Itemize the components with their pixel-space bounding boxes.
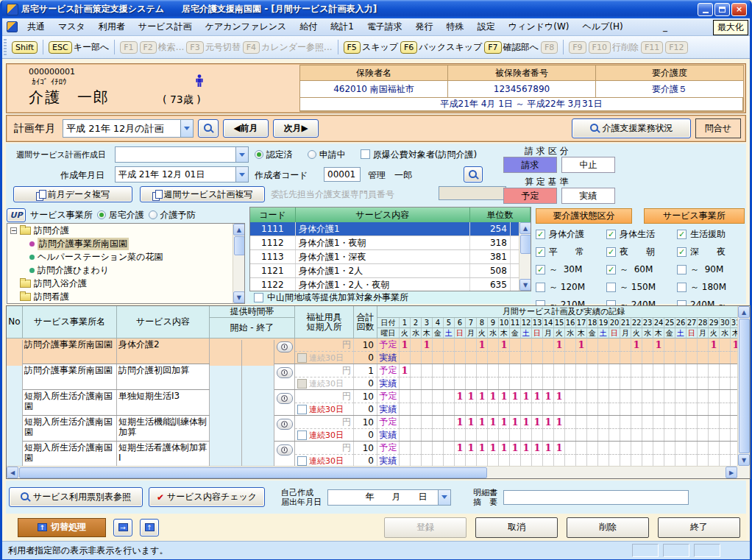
- plan-day-cell[interactable]: [411, 442, 422, 454]
- actual-day-cell[interactable]: [499, 428, 510, 441]
- plan-day-cell[interactable]: [687, 442, 698, 454]
- continuous-30day-checkbox[interactable]: [297, 379, 307, 389]
- actual-day-cell[interactable]: [687, 351, 698, 364]
- plan-day-cell[interactable]: [488, 339, 499, 351]
- actual-day-cell[interactable]: [466, 428, 477, 441]
- tree-folder[interactable]: 訪問入浴介護: [7, 277, 244, 290]
- plan-day-cell[interactable]: 1: [400, 364, 411, 377]
- actual-day-cell[interactable]: [620, 428, 631, 441]
- plan-day-cell[interactable]: [620, 390, 631, 403]
- plan-day-cell[interactable]: [653, 442, 664, 454]
- actual-day-cell[interactable]: [400, 454, 411, 467]
- plan-day-cell[interactable]: [510, 364, 521, 377]
- plan-day-cell[interactable]: 1: [543, 416, 554, 428]
- actual-day-cell[interactable]: [510, 454, 521, 467]
- actual-day-cell[interactable]: [532, 351, 543, 364]
- plan-day-cell[interactable]: [631, 364, 642, 377]
- window-next-button[interactable]: →: [113, 519, 132, 536]
- plan-day-cell[interactable]: [543, 339, 554, 351]
- plan-day-cell[interactable]: [609, 442, 620, 454]
- menu-item[interactable]: 発行: [409, 20, 440, 33]
- actual-day-cell[interactable]: [565, 377, 576, 389]
- plan-day-cell[interactable]: [400, 390, 411, 403]
- provider-name-cell[interactable]: 短期入所生活介護南国園: [23, 442, 117, 467]
- function-key-f6[interactable]: F6バックスキップ: [400, 41, 482, 54]
- plan-day-cell[interactable]: [521, 339, 532, 351]
- plan-day-cell[interactable]: [664, 364, 675, 377]
- actual-day-cell[interactable]: [598, 403, 609, 415]
- tree-collapse-icon[interactable]: −: [10, 227, 17, 234]
- plan-day-cell[interactable]: [433, 364, 444, 377]
- actual-day-cell[interactable]: [642, 454, 653, 467]
- plan-day-cell[interactable]: [433, 339, 444, 351]
- filter-checkbox[interactable]: 夜 朝: [606, 246, 677, 258]
- plan-day-cell[interactable]: [698, 339, 709, 351]
- actual-day-cell[interactable]: [477, 403, 488, 415]
- plan-day-cell[interactable]: [411, 364, 422, 377]
- tree-folder[interactable]: 訪問リハビリテーション: [7, 303, 244, 304]
- actual-day-cell[interactable]: [554, 428, 565, 441]
- maximize-button[interactable]: [714, 3, 730, 16]
- menu-item[interactable]: 統計1: [324, 20, 361, 33]
- scroll-up-icon[interactable]: ▲: [233, 224, 245, 235]
- plan-day-cell[interactable]: 1: [532, 442, 543, 454]
- scroll-up-icon[interactable]: ▲: [519, 222, 531, 234]
- actual-day-cell[interactable]: [433, 403, 444, 415]
- plan-day-cell[interactable]: [565, 390, 576, 403]
- actual-day-cell[interactable]: [653, 377, 664, 389]
- mountain-area-checkbox[interactable]: 中山間地域等提供加算対象外事業所: [249, 291, 531, 304]
- plan-day-cell[interactable]: [543, 364, 554, 377]
- actual-day-cell[interactable]: [709, 351, 720, 364]
- service-code-row[interactable]: 1122身体介護1・2人・夜朝635: [250, 278, 531, 291]
- plan-day-cell[interactable]: [687, 390, 698, 403]
- plan-day-cell[interactable]: [698, 442, 709, 454]
- actual-day-cell[interactable]: [444, 403, 455, 415]
- actual-day-cell[interactable]: [675, 351, 687, 364]
- actual-day-cell[interactable]: [521, 403, 532, 415]
- actual-day-cell[interactable]: [532, 428, 543, 441]
- plan-day-cell[interactable]: 1: [510, 442, 521, 454]
- plan-day-cell[interactable]: 1: [477, 390, 488, 403]
- plan-day-cell[interactable]: 1: [488, 442, 499, 454]
- plan-day-cell[interactable]: [576, 364, 587, 377]
- plan-day-cell[interactable]: 1: [466, 416, 477, 428]
- actual-day-cell[interactable]: [499, 351, 510, 364]
- actual-day-cell[interactable]: [609, 454, 620, 467]
- service-code-row[interactable]: 1112身体介護1・夜朝318: [250, 236, 531, 250]
- actual-day-cell[interactable]: [598, 428, 609, 441]
- home-care-radio[interactable]: 居宅介護: [97, 209, 144, 221]
- actual-day-cell[interactable]: [466, 377, 477, 389]
- plan-day-cell[interactable]: [620, 364, 631, 377]
- actual-day-cell[interactable]: [455, 454, 466, 467]
- actual-day-cell[interactable]: [411, 403, 422, 415]
- plan-day-cell[interactable]: 1: [466, 442, 477, 454]
- care-support-status-button[interactable]: 介護支援業務状況: [572, 118, 691, 138]
- actual-day-cell[interactable]: [477, 454, 488, 467]
- plan-day-cell[interactable]: [422, 416, 433, 428]
- plan-day-cell[interactable]: 1: [532, 416, 543, 428]
- filter-checkbox[interactable]: 身体生活: [606, 228, 677, 241]
- actual-day-cell[interactable]: [642, 428, 653, 441]
- plan-day-cell[interactable]: 1: [499, 416, 510, 428]
- menu-item[interactable]: 電子請求: [361, 20, 409, 33]
- actual-day-cell[interactable]: [455, 351, 466, 364]
- up-button[interactable]: UP: [7, 208, 26, 222]
- plan-day-cell[interactable]: [587, 442, 598, 454]
- code-table-scrollbar[interactable]: ▲ ▼: [519, 222, 531, 291]
- actual-day-cell[interactable]: [609, 351, 620, 364]
- plan-day-cell[interactable]: [587, 390, 598, 403]
- actual-day-cell[interactable]: [455, 403, 466, 415]
- actual-day-cell[interactable]: [422, 454, 433, 467]
- actual-day-cell[interactable]: [698, 428, 709, 441]
- plan-day-cell[interactable]: [477, 364, 488, 377]
- time-picker-button[interactable]: [277, 444, 293, 456]
- actual-day-cell[interactable]: [411, 454, 422, 467]
- copy-weekly-plan-button[interactable]: 週間サービス計画複写: [140, 186, 265, 202]
- actual-day-cell[interactable]: [642, 377, 653, 389]
- plan-day-cell[interactable]: [720, 390, 731, 403]
- actual-day-cell[interactable]: [422, 428, 433, 441]
- menu-item[interactable]: 給付: [293, 20, 324, 33]
- plan-day-cell[interactable]: [687, 364, 698, 377]
- menu-item[interactable]: サービス計画: [132, 20, 199, 33]
- plan-day-cell[interactable]: 1: [521, 442, 532, 454]
